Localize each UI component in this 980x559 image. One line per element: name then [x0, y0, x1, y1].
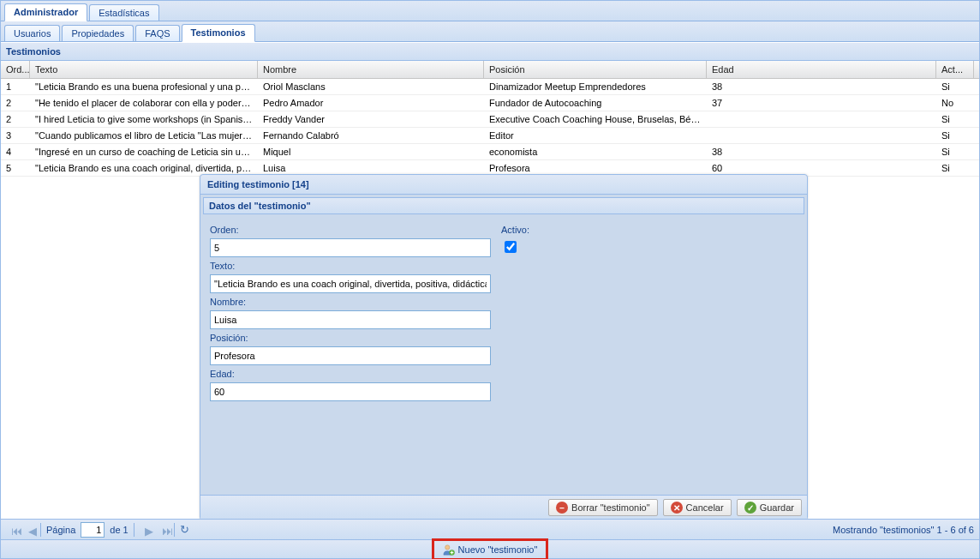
- highlight-box: Nuevo "testimonio": [432, 538, 549, 560]
- table-cell: Fundador de Autocoaching: [484, 95, 707, 111]
- form-area: Orden: Activo: Texto:: [203, 219, 804, 406]
- label-posicion: Posición:: [210, 331, 491, 345]
- table-cell: "I hired Leticia to give some workshops …: [30, 111, 258, 127]
- label-activo: Activo:: [501, 223, 529, 237]
- table-cell: "He tenido el placer de colaborar con el…: [30, 95, 258, 111]
- table-cell: Miquel: [258, 144, 484, 159]
- table-cell: [707, 111, 936, 127]
- input-texto[interactable]: [210, 274, 491, 293]
- cancel-button[interactable]: ✕ Cancelar: [663, 499, 732, 516]
- cancel-icon: ✕: [671, 502, 683, 514]
- next-page-button[interactable]: ▶: [140, 524, 152, 536]
- table-cell: 37: [707, 95, 936, 111]
- last-page-button[interactable]: ⏭: [157, 524, 169, 536]
- table-cell: Si: [936, 111, 974, 127]
- input-orden[interactable]: [210, 238, 491, 257]
- page-input[interactable]: [81, 522, 105, 538]
- label-texto: Texto:: [210, 259, 491, 273]
- table-row[interactable]: 2"He tenido el placer de colaborar con e…: [1, 95, 979, 111]
- table-row[interactable]: 4"Ingresé en un curso de coaching de Let…: [1, 144, 979, 160]
- table-cell: Oriol Masclans: [258, 79, 484, 94]
- table-cell: [707, 128, 936, 143]
- edit-window-title: Editing testimonio [14]: [200, 175, 807, 195]
- table-cell: "Ingresé en un curso de coaching de Leti…: [30, 144, 258, 159]
- svg-point-0: [445, 544, 449, 549]
- tab-testimonios[interactable]: Testimonios: [182, 24, 255, 42]
- col-header-nombre[interactable]: Nombre: [258, 61, 484, 78]
- app-root: Administrador Estadísticas Usuarios Prop…: [0, 0, 980, 559]
- table-cell: Freddy Vander: [258, 111, 484, 127]
- col-header-edad[interactable]: Edad: [707, 61, 936, 78]
- table-cell: 38: [707, 144, 936, 159]
- separator: [174, 523, 175, 537]
- tab-estadisticas[interactable]: Estadísticas: [89, 4, 158, 21]
- label-edad: Edad:: [210, 367, 491, 381]
- label-orden: Orden:: [210, 223, 491, 237]
- input-nombre[interactable]: [210, 310, 491, 329]
- table-cell: 3: [1, 128, 30, 143]
- table-cell: 2: [1, 111, 30, 127]
- delete-icon: −: [556, 502, 568, 514]
- table-cell: Editor: [484, 128, 707, 143]
- prev-page-button[interactable]: ◀: [23, 524, 35, 536]
- tab-usuarios[interactable]: Usuarios: [4, 25, 60, 41]
- table-cell: Dinamizador Meetup Emprendedores: [484, 79, 707, 94]
- tab-propiedades[interactable]: Propiedades: [62, 25, 134, 41]
- grid-header: Ord... Texto Nombre Posición Edad Act...: [1, 61, 979, 79]
- input-edad[interactable]: [210, 382, 491, 401]
- paging-toolbar: ⏮ ◀ Página de 1 ▶ ⏭ ↻ Mostrando "testimo…: [1, 519, 979, 539]
- checkbox-activo[interactable]: [505, 241, 517, 253]
- table-cell: Si: [936, 160, 974, 176]
- table-cell: No: [936, 95, 974, 111]
- table-cell: 5: [1, 160, 30, 176]
- page-of-label: de 1: [110, 525, 128, 535]
- tab-faqs[interactable]: FAQS: [135, 25, 179, 41]
- col-header-texto[interactable]: Texto: [30, 61, 258, 78]
- table-row[interactable]: 2"I hired Leticia to give some workshops…: [1, 111, 979, 128]
- cancel-button-label: Cancelar: [686, 502, 724, 513]
- page-label: Página: [46, 525, 75, 535]
- table-cell: Executive Coach Coaching House, Bruselas…: [484, 111, 707, 127]
- table-cell: Pedro Amador: [258, 95, 484, 111]
- main-tabstrip: Administrador Estadísticas: [1, 1, 979, 21]
- col-header-orden[interactable]: Ord...: [1, 61, 30, 78]
- table-cell: Fernando Calabró: [258, 128, 484, 143]
- table-row[interactable]: 1"Leticia Brando es una buena profesiona…: [1, 79, 979, 95]
- refresh-icon[interactable]: ↻: [180, 523, 189, 536]
- table-cell: 4: [1, 144, 30, 159]
- first-page-button[interactable]: ⏮: [6, 524, 18, 536]
- input-posicion[interactable]: [210, 346, 491, 365]
- paging-status: Mostrando "testimonios" 1 - 6 of 6: [833, 525, 974, 535]
- table-cell: Si: [936, 128, 974, 143]
- save-button-label: Guardar: [760, 502, 794, 513]
- separator: [40, 523, 41, 537]
- table-cell: "Cuando publicamos el libro de Leticia "…: [30, 128, 258, 143]
- col-header-posicion[interactable]: Posición: [484, 61, 707, 78]
- table-cell: economista: [484, 144, 707, 159]
- label-nombre: Nombre:: [210, 295, 491, 309]
- separator: [134, 523, 134, 537]
- table-row[interactable]: 3"Cuando publicamos el libro de Leticia …: [1, 128, 979, 144]
- save-button[interactable]: ✓ Guardar: [737, 499, 802, 516]
- delete-button[interactable]: − Borrar "testimonio": [548, 499, 658, 516]
- table-cell: 1: [1, 79, 30, 94]
- col-header-activo[interactable]: Act...: [936, 61, 974, 78]
- fieldset-title: Datos del "testimonio": [203, 197, 804, 214]
- edit-window-body: Datos del "testimonio" Orden: Activo: Te…: [200, 195, 807, 495]
- table-cell: Si: [936, 79, 974, 94]
- table-cell: Si: [936, 144, 974, 159]
- edit-window: Editing testimonio [14] Datos del "testi…: [200, 174, 808, 520]
- save-icon: ✓: [744, 502, 756, 514]
- panel-title: Testimonios: [1, 42, 979, 61]
- sub-tabstrip: Usuarios Propiedades FAQS Testimonios: [1, 21, 979, 42]
- table-cell: 2: [1, 95, 30, 111]
- edit-window-footer: − Borrar "testimonio" ✕ Cancelar ✓ Guard…: [200, 495, 807, 520]
- new-testimonio-label: Nuevo "testimonio": [458, 544, 538, 555]
- tab-administrador[interactable]: Administrador: [4, 3, 87, 21]
- new-testimonio-button[interactable]: Nuevo "testimonio": [439, 542, 541, 557]
- table-cell: "Leticia Brando es una buena profesional…: [30, 79, 258, 94]
- delete-button-label: Borrar "testimonio": [571, 502, 650, 513]
- bottom-toolbar: Nuevo "testimonio": [1, 539, 979, 558]
- grid-body: 1"Leticia Brando es una buena profesiona…: [1, 79, 979, 177]
- table-cell: 38: [707, 79, 936, 94]
